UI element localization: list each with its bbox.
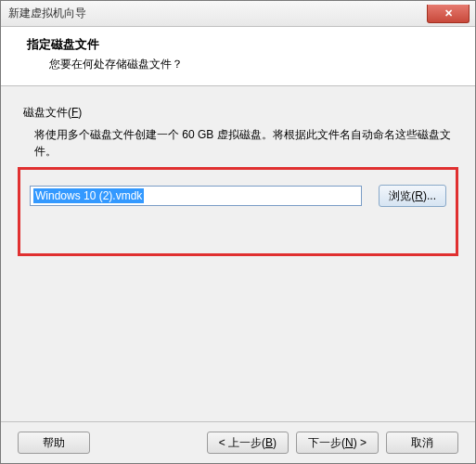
close-icon: ✕: [444, 7, 453, 19]
disk-file-label: 磁盘文件(F): [23, 105, 453, 121]
page-subtitle: 您要在何处存储磁盘文件？: [27, 57, 457, 72]
disk-file-input-value: Windows 10 (2).vmdk: [33, 188, 144, 203]
disk-file-input[interactable]: Windows 10 (2).vmdk: [30, 186, 362, 206]
content-area: 磁盘文件(F) 将使用多个磁盘文件创建一个 60 GB 虚拟磁盘。将根据此文件名…: [1, 86, 475, 421]
help-button[interactable]: 帮助: [18, 432, 90, 454]
wizard-window: 新建虚拟机向导 ✕ 指定磁盘文件 您要在何处存储磁盘文件？ 磁盘文件(F) 将使…: [0, 0, 476, 464]
next-button[interactable]: 下一步(N) >: [296, 432, 379, 454]
window-title: 新建虚拟机向导: [8, 6, 86, 21]
browse-button[interactable]: 浏览(R)...: [379, 185, 446, 207]
button-bar: 帮助 < 上一步(B) 下一步(N) > 取消: [1, 421, 475, 463]
cancel-button[interactable]: 取消: [386, 432, 458, 454]
page-title: 指定磁盘文件: [27, 36, 457, 53]
highlight-annotation: Windows 10 (2).vmdk 浏览(R)...: [18, 167, 458, 256]
disk-file-description: 将使用多个磁盘文件创建一个 60 GB 虚拟磁盘。将根据此文件名自动命名这些磁盘…: [23, 126, 453, 160]
file-input-row: Windows 10 (2).vmdk 浏览(R)...: [30, 185, 446, 207]
title-bar: 新建虚拟机向导 ✕: [1, 1, 475, 27]
back-button[interactable]: < 上一步(B): [207, 432, 289, 454]
header-panel: 指定磁盘文件 您要在何处存储磁盘文件？: [1, 27, 475, 86]
close-button[interactable]: ✕: [427, 5, 470, 23]
